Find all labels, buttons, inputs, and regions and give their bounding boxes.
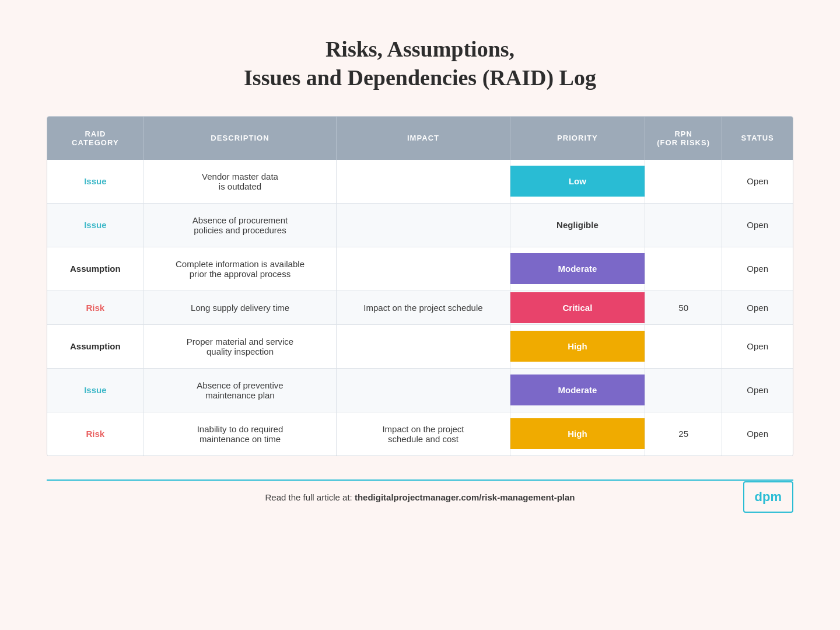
rpn-cell bbox=[645, 247, 722, 290]
table-row: AssumptionComplete information is availa… bbox=[47, 247, 793, 290]
category-label: Risk bbox=[86, 303, 105, 313]
category-cell: Assumption bbox=[47, 247, 144, 290]
status-cell: Open bbox=[722, 368, 793, 412]
category-label: Issue bbox=[84, 176, 106, 186]
priority-badge: Critical bbox=[510, 292, 645, 323]
header-priority: PRIORITY bbox=[510, 117, 645, 160]
header-rpn: RPN (FOR RISKS) bbox=[645, 117, 722, 160]
status-cell: Open bbox=[722, 247, 793, 290]
impact-cell bbox=[337, 247, 510, 290]
raid-table-wrapper: RAID CATEGORY DESCRIPTION IMPACT PRIORIT… bbox=[47, 116, 793, 456]
footer: Read the full article at: thedigitalproj… bbox=[47, 480, 793, 502]
footer-text: Read the full article at: thedigitalproj… bbox=[265, 492, 575, 502]
priority-badge: High bbox=[510, 418, 645, 449]
rpn-cell bbox=[645, 324, 722, 368]
title-line1: Risks, Assumptions, bbox=[326, 37, 514, 61]
footer-prefix: Read the full article at: bbox=[265, 492, 354, 502]
rpn-cell bbox=[645, 160, 722, 204]
priority-badge: Moderate bbox=[510, 374, 645, 405]
category-label: Assumption bbox=[70, 264, 121, 274]
priority-badge: Low bbox=[510, 166, 645, 197]
category-label: Issue bbox=[84, 220, 106, 230]
rpn-cell bbox=[645, 203, 722, 247]
impact-cell bbox=[337, 324, 510, 368]
impact-cell bbox=[337, 368, 510, 412]
header-description: DESCRIPTION bbox=[144, 117, 337, 160]
priority-badge: Negligible bbox=[510, 209, 645, 240]
priority-cell: Moderate bbox=[510, 368, 645, 412]
priority-cell: High bbox=[510, 324, 645, 368]
description-cell: Vendor master data is outdated bbox=[144, 160, 337, 204]
table-row: IssueVendor master data is outdatedLowOp… bbox=[47, 160, 793, 204]
header-status: STATUS bbox=[722, 117, 793, 160]
description-cell: Absence of procurement policies and proc… bbox=[144, 203, 337, 247]
category-cell: Issue bbox=[47, 368, 144, 412]
priority-badge: High bbox=[510, 331, 645, 362]
table-body: IssueVendor master data is outdatedLowOp… bbox=[47, 160, 793, 456]
category-cell: Issue bbox=[47, 160, 144, 204]
impact-cell: Impact on the project schedule bbox=[337, 290, 510, 324]
category-cell: Risk bbox=[47, 412, 144, 456]
table-row: RiskLong supply delivery timeImpact on t… bbox=[47, 290, 793, 324]
dpm-logo: dpm bbox=[743, 481, 793, 513]
table-row: RiskInability to do required maintenance… bbox=[47, 412, 793, 456]
table-row: AssumptionProper material and service qu… bbox=[47, 324, 793, 368]
header-impact: IMPACT bbox=[337, 117, 510, 160]
header-row: RAID CATEGORY DESCRIPTION IMPACT PRIORIT… bbox=[47, 117, 793, 160]
status-cell: Open bbox=[722, 290, 793, 324]
impact-cell bbox=[337, 160, 510, 204]
table-row: IssueAbsence of preventive maintenance p… bbox=[47, 368, 793, 412]
title-line2: Issues and Dependencies (RAID) Log bbox=[244, 65, 596, 90]
priority-badge: Moderate bbox=[510, 253, 645, 284]
raid-table: RAID CATEGORY DESCRIPTION IMPACT PRIORIT… bbox=[47, 117, 793, 456]
status-cell: Open bbox=[722, 160, 793, 204]
category-cell: Risk bbox=[47, 290, 144, 324]
status-cell: Open bbox=[722, 412, 793, 456]
description-cell: Complete information is available prior … bbox=[144, 247, 337, 290]
description-cell: Proper material and service quality insp… bbox=[144, 324, 337, 368]
description-cell: Long supply delivery time bbox=[144, 290, 337, 324]
priority-cell: Moderate bbox=[510, 247, 645, 290]
status-cell: Open bbox=[722, 324, 793, 368]
category-cell: Issue bbox=[47, 203, 144, 247]
description-cell: Inability to do required maintenance on … bbox=[144, 412, 337, 456]
rpn-cell: 50 bbox=[645, 290, 722, 324]
footer-link: thedigitalprojectmanager.com/risk-manage… bbox=[355, 492, 575, 502]
header-raid-category: RAID CATEGORY bbox=[47, 117, 144, 160]
impact-cell bbox=[337, 203, 510, 247]
rpn-cell: 25 bbox=[645, 412, 722, 456]
rpn-cell bbox=[645, 368, 722, 412]
category-label: Risk bbox=[86, 429, 105, 439]
table-row: IssueAbsence of procurement policies and… bbox=[47, 203, 793, 247]
priority-cell: Negligible bbox=[510, 203, 645, 247]
description-cell: Absence of preventive maintenance plan bbox=[144, 368, 337, 412]
priority-cell: Critical bbox=[510, 290, 645, 324]
page-title: Risks, Assumptions, Issues and Dependenc… bbox=[244, 35, 596, 93]
priority-cell: Low bbox=[510, 160, 645, 204]
priority-cell: High bbox=[510, 412, 645, 456]
status-cell: Open bbox=[722, 203, 793, 247]
category-label: Issue bbox=[84, 385, 106, 395]
impact-cell: Impact on the project schedule and cost bbox=[337, 412, 510, 456]
category-label: Assumption bbox=[70, 341, 121, 351]
table-header: RAID CATEGORY DESCRIPTION IMPACT PRIORIT… bbox=[47, 117, 793, 160]
category-cell: Assumption bbox=[47, 324, 144, 368]
